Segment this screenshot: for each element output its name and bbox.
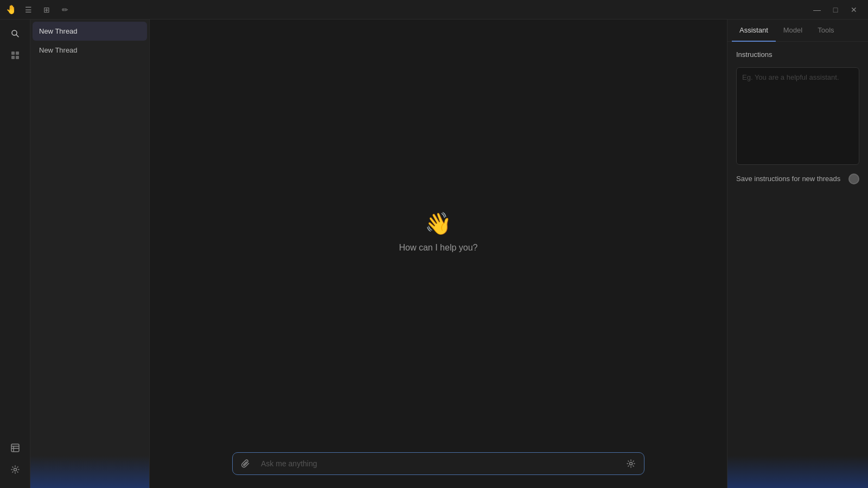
- panels-btn[interactable]: ⊞: [40, 3, 53, 16]
- titlebar: 🤚 ☰ ⊞ ✏ — □ ✕: [0, 0, 868, 20]
- right-panel: Assistant Model Tools Instructions Save …: [727, 20, 868, 488]
- svg-rect-2: [11, 52, 15, 55]
- tab-model[interactable]: Model: [776, 20, 810, 42]
- chat-settings-button[interactable]: [622, 455, 640, 472]
- app-icon: 🤚: [7, 5, 16, 15]
- icon-sidebar: [0, 20, 30, 488]
- thread-sidebar: New Thread New Thread: [30, 20, 150, 488]
- thread-item[interactable]: New Thread: [33, 41, 147, 60]
- blue-glow-decoration: [30, 455, 149, 488]
- save-instructions-label: Save instructions for new threads: [736, 174, 840, 184]
- svg-point-10: [14, 468, 16, 471]
- svg-rect-4: [11, 56, 15, 59]
- thread-list: New Thread New Thread: [30, 20, 149, 455]
- chat-input-area: [150, 444, 727, 488]
- table-icon-btn[interactable]: [5, 438, 25, 458]
- sidebar-toggle-btn[interactable]: ☰: [22, 3, 35, 16]
- attach-button[interactable]: [237, 455, 254, 472]
- close-button[interactable]: ✕: [846, 2, 861, 17]
- svg-point-11: [630, 463, 633, 465]
- minimize-button[interactable]: —: [809, 2, 825, 17]
- svg-rect-3: [16, 52, 19, 55]
- edit-btn[interactable]: ✏: [59, 3, 72, 16]
- right-panel-tabs: Assistant Model Tools: [727, 20, 868, 42]
- save-instructions-row: Save instructions for new threads: [736, 174, 859, 184]
- tab-tools[interactable]: Tools: [810, 20, 841, 42]
- grid-icon-btn[interactable]: [5, 46, 25, 65]
- tab-assistant[interactable]: Assistant: [732, 20, 776, 42]
- window-controls: — □ ✕: [809, 2, 861, 17]
- chat-welcome: 👋 How can I help you?: [150, 20, 727, 444]
- chat-input-wrapper: [232, 452, 644, 475]
- blue-glow-right-decoration: [727, 455, 868, 488]
- svg-rect-5: [16, 56, 19, 59]
- main-container: New Thread New Thread 👋 How can I help y…: [0, 20, 868, 488]
- svg-line-1: [16, 35, 18, 37]
- thread-item[interactable]: New Thread: [33, 22, 147, 41]
- search-icon-btn[interactable]: [5, 24, 25, 43]
- maximize-button[interactable]: □: [828, 2, 843, 17]
- svg-rect-6: [11, 444, 19, 452]
- settings-icon-btn[interactable]: [5, 460, 25, 479]
- welcome-emoji: 👋: [425, 211, 452, 236]
- icon-sidebar-bottom: [5, 438, 25, 484]
- chat-area: 👋 How can I help you?: [150, 20, 727, 488]
- instructions-textarea[interactable]: [736, 67, 859, 165]
- titlebar-left: 🤚 ☰ ⊞ ✏: [7, 3, 72, 16]
- right-panel-content: Instructions Save instructions for new t…: [727, 42, 868, 455]
- welcome-text: How can I help you?: [399, 243, 478, 253]
- save-instructions-toggle[interactable]: [848, 174, 859, 184]
- chat-input[interactable]: [259, 455, 618, 472]
- instructions-label: Instructions: [736, 50, 859, 59]
